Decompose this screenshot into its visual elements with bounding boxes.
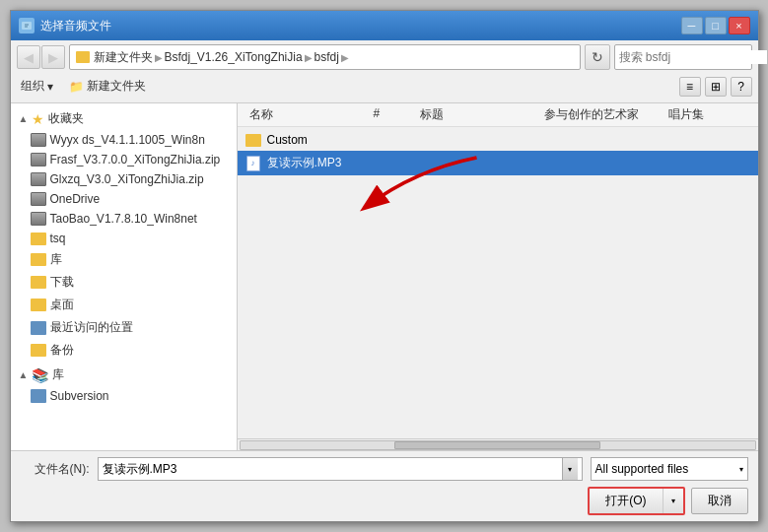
- bottom-bar: 文件名(N): ▾ All supported files ▾ 打开(O) ▾ …: [11, 450, 758, 521]
- sidebar-section-library: ▲ 📚 库 Subversion: [11, 364, 237, 406]
- folder-icon-item-custom: [245, 134, 261, 147]
- file-item-mp3[interactable]: 复读示例.MP3: [238, 151, 758, 175]
- horizontal-scrollbar[interactable]: [238, 438, 758, 450]
- drive-icon-5: [31, 212, 46, 226]
- forward-button[interactable]: ▶: [41, 45, 65, 69]
- sidebar-item-2[interactable]: Frasf_V3.7.0.0_XiTongZhiJia.zip: [11, 150, 237, 169]
- new-folder-button[interactable]: 📁 新建文件夹: [65, 76, 150, 97]
- scrollbar-thumb[interactable]: [394, 441, 600, 449]
- col-header-artist[interactable]: 参与创作的艺术家: [540, 106, 664, 123]
- sidebar-item-tsq[interactable]: tsq: [11, 229, 237, 248]
- col-header-album[interactable]: 唱片集: [664, 106, 750, 123]
- sidebar-wrapper: ▲ ★ 收藏夹 Wyyx ds_V4.1.1.1005_Win8n Frasf_…: [11, 103, 238, 450]
- sidebar-item-5[interactable]: TaoBao_V1.7.8.10_Win8net: [11, 209, 237, 229]
- title-bar: 选择音频文件 ─ □ ×: [11, 11, 758, 40]
- sidebar-header-favorites[interactable]: ▲ ★ 收藏夹: [11, 107, 237, 130]
- sidebar: ▲ ★ 收藏夹 Wyyx ds_V4.1.1.1005_Win8n Frasf_…: [11, 103, 237, 450]
- open-dropdown-button[interactable]: ▾: [663, 489, 683, 513]
- filename-dropdown-button[interactable]: ▾: [562, 458, 578, 480]
- filetype-arrow-icon: ▾: [739, 465, 743, 474]
- favorites-label: 收藏夹: [48, 110, 84, 127]
- main-content: ▲ ★ 收藏夹 Wyyx ds_V4.1.1.1005_Win8n Frasf_…: [11, 103, 758, 450]
- breadcrumb-label-2: Bsfdj_V1.26_XiTongZhiJia: [165, 50, 303, 64]
- collapse-arrow-library: ▲: [19, 369, 29, 380]
- drive-icon-3: [31, 172, 46, 186]
- sidebar-item-4[interactable]: OneDrive: [11, 189, 237, 209]
- svg-rect-0: [22, 22, 32, 30]
- col-header-number[interactable]: #: [370, 106, 416, 123]
- nav-buttons: ◀ ▶: [17, 45, 65, 69]
- sidebar-item-3[interactable]: Glxzq_V3.0_XiTongZhiJia.zip: [11, 169, 237, 189]
- file-list-header: 名称 # 标题 参与创作的艺术家 唱片集: [238, 103, 758, 127]
- lib-icon: 📚: [32, 367, 48, 383]
- sidebar-item-label-4: OneDrive: [50, 192, 101, 206]
- file-item-name-mp3: 复读示例.MP3: [267, 155, 750, 171]
- dialog-window: 选择音频文件 ─ □ × ◀ ▶ 新建文件夹 ▶ Bsfdj_V1.26_: [10, 10, 759, 522]
- sidebar-item-lib[interactable]: 库: [11, 248, 237, 271]
- view-details-button[interactable]: ⊞: [705, 77, 727, 97]
- new-folder-label: 新建文件夹: [87, 78, 146, 95]
- file-list: Custom 复读示例.MP3: [238, 127, 758, 438]
- sidebar-item-label-3: Glxzq_V3.0_XiTongZhiJia.zip: [50, 172, 204, 186]
- breadcrumb-root[interactable]: 新建文件夹: [94, 49, 153, 66]
- sidebar-item-desktop[interactable]: 桌面: [11, 294, 237, 316]
- col-header-name[interactable]: 名称: [245, 106, 370, 123]
- refresh-button[interactable]: ↻: [585, 44, 610, 70]
- breadcrumb-sep-2: ▶: [305, 52, 313, 63]
- sidebar-header-library[interactable]: ▲ 📚 库: [11, 364, 237, 386]
- breadcrumb-label-3: bsfdj: [314, 50, 339, 64]
- drive-icon-1: [31, 133, 46, 147]
- dialog-icon: [19, 18, 35, 33]
- sidebar-item-subversion[interactable]: Subversion: [11, 386, 237, 406]
- drive-icon-2: [31, 153, 46, 166]
- search-input[interactable]: [619, 50, 767, 64]
- sidebar-item-label-2: Frasf_V3.7.0.0_XiTongZhiJia.zip: [50, 153, 221, 166]
- close-button[interactable]: ×: [729, 17, 750, 34]
- maximize-button[interactable]: □: [705, 17, 727, 34]
- sidebar-item-download[interactable]: 下载: [11, 271, 237, 294]
- breadcrumb-label-1: 新建文件夹: [94, 49, 153, 66]
- folder-icon-lib: [31, 253, 46, 266]
- sidebar-item-1[interactable]: Wyyx ds_V4.1.1.1005_Win8n: [11, 130, 237, 150]
- sidebar-item-label-desktop: 桌面: [50, 297, 74, 313]
- sidebar-item-label-download: 下载: [50, 274, 74, 291]
- collapse-arrow-favorites: ▲: [19, 113, 29, 124]
- action-row: 打开(O) ▾ 取消: [21, 487, 748, 515]
- title-bar-left: 选择音频文件: [19, 18, 111, 34]
- organize-button[interactable]: 组织 ▾: [17, 76, 57, 97]
- minimize-button[interactable]: ─: [681, 17, 703, 34]
- open-button-group: 打开(O) ▾: [588, 487, 684, 515]
- network-icon-recent: [31, 321, 46, 335]
- file-item-custom[interactable]: Custom: [238, 129, 758, 151]
- network-icon-subversion: [31, 389, 46, 403]
- breadcrumb-item-2[interactable]: Bsfdj_V1.26_XiTongZhiJia: [165, 50, 303, 64]
- back-button[interactable]: ◀: [17, 45, 40, 69]
- cancel-button[interactable]: 取消: [691, 488, 748, 514]
- filename-label: 文件名(N):: [21, 461, 90, 478]
- header-section: ◀ ▶ 新建文件夹 ▶ Bsfdj_V1.26_XiTongZhiJia ▶ b…: [11, 40, 758, 103]
- folder-icon-backup: [31, 344, 46, 357]
- filename-input[interactable]: [103, 462, 562, 476]
- breadcrumb-sep-3: ▶: [341, 52, 349, 63]
- col-header-title[interactable]: 标题: [416, 106, 540, 123]
- toolbar-right: ≡ ⊞ ?: [679, 77, 752, 97]
- sidebar-item-label-1: Wyyx ds_V4.1.1.1005_Win8n: [50, 133, 205, 147]
- library-label: 库: [52, 366, 64, 383]
- filename-input-container: ▾: [98, 457, 583, 481]
- sidebar-item-recent[interactable]: 最近访问的位置: [11, 316, 237, 339]
- address-row: ◀ ▶ 新建文件夹 ▶ Bsfdj_V1.26_XiTongZhiJia ▶ b…: [17, 44, 752, 70]
- sidebar-item-label-recent: 最近访问的位置: [50, 319, 133, 336]
- sidebar-item-label-5: TaoBao_V1.7.8.10_Win8net: [50, 212, 197, 226]
- help-button[interactable]: ?: [731, 77, 752, 97]
- sidebar-section-favorites: ▲ ★ 收藏夹 Wyyx ds_V4.1.1.1005_Win8n Frasf_…: [11, 107, 237, 362]
- new-folder-icon: 📁: [69, 80, 84, 94]
- sidebar-item-backup[interactable]: 备份: [11, 339, 237, 362]
- open-button[interactable]: 打开(O): [590, 489, 663, 513]
- dialog-title: 选择音频文件: [40, 18, 111, 34]
- scrollbar-track[interactable]: [240, 440, 756, 450]
- breadcrumb-item-3[interactable]: bsfdj: [314, 50, 339, 64]
- filetype-select[interactable]: All supported files ▾: [591, 457, 748, 481]
- view-list-button[interactable]: ≡: [679, 77, 701, 97]
- mp3-file-icon: [245, 156, 261, 171]
- organize-label: 组织: [21, 78, 44, 95]
